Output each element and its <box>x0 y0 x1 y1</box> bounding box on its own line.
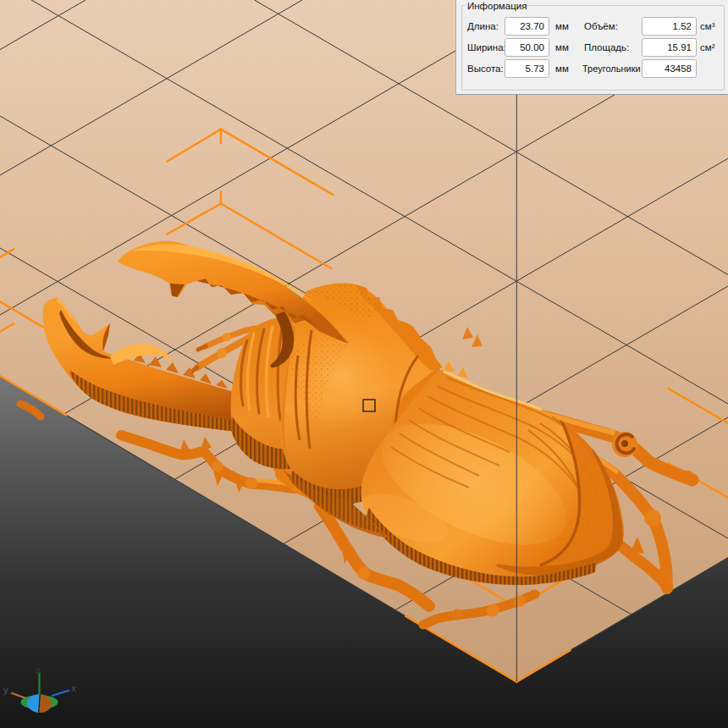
svg-text:1.52: 1.52 <box>673 21 692 31</box>
svg-text:Площадь:: Площадь: <box>584 42 629 52</box>
svg-text:Высота:: Высота: <box>467 63 504 74</box>
svg-text:мм: мм <box>555 42 569 52</box>
svg-text:мм: мм <box>555 21 569 31</box>
svg-text:15.91: 15.91 <box>667 42 692 52</box>
svg-text:Треугольники: Треугольники <box>582 63 641 74</box>
svg-text:z: z <box>36 665 41 676</box>
svg-text:x: x <box>71 683 76 693</box>
svg-text:см³: см³ <box>700 21 715 31</box>
svg-text:23.70: 23.70 <box>520 21 544 31</box>
svg-text:43458: 43458 <box>665 63 692 74</box>
svg-text:5.73: 5.73 <box>526 63 544 74</box>
svg-text:Ширина:: Ширина: <box>467 42 506 52</box>
svg-text:см²: см² <box>700 42 715 52</box>
svg-text:Информация: Информация <box>467 1 527 11</box>
svg-text:y: y <box>3 685 8 695</box>
svg-text:мм: мм <box>555 63 569 74</box>
svg-text:50.00: 50.00 <box>520 42 544 52</box>
svg-text:Длина:: Длина: <box>467 21 499 31</box>
svg-text:Объём:: Объём: <box>584 21 618 31</box>
